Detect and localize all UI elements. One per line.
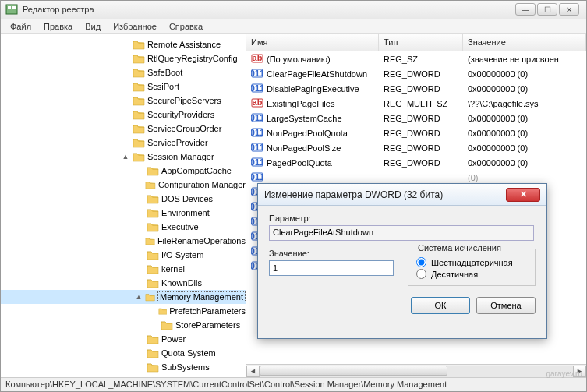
radix-dec-label: Десятичная [431, 270, 478, 279]
tree-node[interactable]: Power [1, 332, 246, 346]
tree-label: ServiceProvider [147, 138, 208, 147]
expand-icon[interactable]: ▲ [121, 153, 130, 161]
svg-text:011: 011 [251, 127, 263, 136]
tree-node[interactable]: RtlQueryRegistryConfig [1, 51, 246, 65]
radix-hex-row[interactable]: Шестнадцатеричная [416, 257, 527, 267]
radix-hex-radio[interactable] [416, 257, 426, 267]
tree-node[interactable]: ServiceProvider [1, 136, 246, 150]
expand-icon[interactable]: ▲ [135, 293, 143, 301]
tree-label: Environment [161, 208, 210, 217]
dialog-titlebar[interactable]: Изменение параметра DWORD (32 бита) ✕ [258, 184, 546, 206]
scroll-left[interactable]: ◄ [246, 366, 260, 377]
tree-label: Memory Management [157, 291, 246, 302]
value-label: Значение: [269, 249, 394, 258]
tree-node[interactable]: Executive [1, 220, 246, 234]
cell-type: REG_DWORD [379, 158, 463, 168]
tree-node[interactable]: SecurityProviders [1, 108, 246, 122]
radix-group: Система исчисления Шестнадцатеричная Дес… [408, 249, 536, 286]
tree-label: SubSystems [161, 362, 210, 372]
table-row[interactable]: abExistingPageFilesREG_MULTI_SZ\??\C:\pa… [246, 96, 586, 111]
menubar: Файл Правка Вид Избранное Справка [1, 19, 586, 34]
maximize-button[interactable]: ☐ [537, 3, 557, 16]
tree-node[interactable]: AppCompatCache [1, 164, 246, 178]
tree-node[interactable]: Environment [1, 206, 246, 220]
watermark: garayev.ru [546, 369, 582, 378]
minimize-button[interactable]: — [515, 3, 536, 16]
value-icon: ab [251, 97, 263, 111]
radix-dec-row[interactable]: Десятичная [416, 269, 527, 279]
dialog-title: Изменение параметра DWORD (32 бита) [264, 189, 506, 200]
tree-node[interactable]: ▲Memory Management [1, 290, 246, 304]
scroll-thumb[interactable] [260, 366, 447, 376]
hscrollbar[interactable]: ◄ ► [246, 364, 586, 377]
tree-label: ScsiPort [147, 82, 179, 91]
menu-file[interactable]: Файл [4, 20, 37, 33]
col-type[interactable]: Тип [379, 34, 463, 51]
table-row[interactable]: 011NonPagedPoolQuotaREG_DWORD0x00000000 … [246, 125, 586, 140]
close-button[interactable]: ✕ [559, 3, 579, 16]
cell-value: 0x00000000 (0) [463, 114, 586, 123]
value-input[interactable] [269, 260, 394, 276]
tree-label: KnownDlls [161, 278, 202, 288]
menu-fav[interactable]: Избранное [107, 20, 163, 33]
table-row[interactable]: 011ClearPageFileAtShutdownREG_DWORD0x000… [246, 66, 586, 81]
tree-node[interactable]: SubSystems [1, 360, 246, 374]
menu-help[interactable]: Справка [163, 20, 209, 33]
cell-value: (значение не присвоен [463, 55, 586, 64]
table-row[interactable]: 011NonPagedPoolSizeREG_DWORD0x00000000 (… [246, 140, 586, 155]
titlebar[interactable]: Редактор реестра — ☐ ✕ [1, 1, 586, 19]
cell-name: DisablePagingExecutive [267, 84, 359, 94]
tree-node[interactable]: Configuration Manager [1, 178, 246, 192]
ok-button[interactable]: ОК [411, 297, 470, 314]
svg-text:011: 011 [251, 157, 263, 166]
tree-node[interactable]: kernel [1, 262, 246, 276]
radix-dec-radio[interactable] [416, 269, 426, 279]
tree-label: DOS Devices [161, 194, 213, 203]
tree-label: Quota System [161, 348, 216, 358]
tree-node[interactable]: FileRenameOperations [1, 234, 246, 248]
table-row[interactable]: 011PagedPoolQuotaREG_DWORD0x00000000 (0) [246, 155, 586, 170]
svg-text:011: 011 [251, 171, 263, 181]
tree-node[interactable]: SecurePipeServers [1, 94, 246, 108]
cell-type: REG_SZ [379, 55, 463, 64]
cell-type: REG_MULTI_SZ [379, 99, 463, 108]
tree-label: SafeBoot [147, 68, 182, 77]
value-icon: 011 [251, 82, 263, 96]
tree-node[interactable]: ▲Session Manager [1, 150, 246, 164]
svg-text:011: 011 [251, 83, 263, 92]
value-icon: 011 [251, 156, 263, 170]
col-value[interactable]: Значение [463, 34, 586, 51]
menu-edit[interactable]: Правка [37, 20, 79, 33]
tree-node[interactable]: SafeBoot [1, 65, 246, 79]
tree-node[interactable]: Remote Assistance [1, 37, 246, 51]
tree-label: I/O System [161, 250, 203, 260]
tree-label: ServiceGroupOrder [147, 124, 221, 133]
menu-view[interactable]: Вид [79, 20, 107, 33]
scroll-track[interactable] [260, 366, 573, 377]
col-name[interactable]: Имя [246, 34, 379, 51]
table-row[interactable]: 011DisablePagingExecutiveREG_DWORD0x0000… [246, 81, 586, 96]
cell-type: REG_DWORD [379, 114, 463, 123]
tree-node[interactable]: Quota System [1, 346, 246, 360]
tree-node[interactable]: StoreParameters [1, 318, 246, 332]
table-row[interactable]: ab(По умолчанию)REG_SZ(значение не присв… [246, 51, 586, 66]
tree-node[interactable]: I/O System [1, 248, 246, 262]
tree-node[interactable]: DOS Devices [1, 192, 246, 206]
tree-label: Configuration Manager [158, 180, 246, 189]
cell-value: (0) [463, 173, 586, 182]
tree-node[interactable]: KnownDlls [1, 276, 246, 290]
cell-type: REG_DWORD [379, 69, 463, 79]
cell-name: LargeSystemCache [267, 114, 342, 123]
tree-pane[interactable]: Remote AssistanceRtlQueryRegistryConfigS… [1, 34, 246, 377]
svg-text:011: 011 [251, 68, 263, 77]
table-row[interactable]: 011LargeSystemCacheREG_DWORD0x00000000 (… [246, 111, 586, 125]
cancel-button[interactable]: Отмена [476, 297, 536, 314]
param-readonly: ClearPageFileAtShutdown [269, 225, 534, 241]
cell-name: (По умолчанию) [267, 55, 331, 64]
tree-label: FileRenameOperations [157, 236, 246, 245]
tree-node[interactable]: ScsiPort [1, 79, 246, 94]
tree-node[interactable]: ServiceGroupOrder [1, 122, 246, 136]
cell-type: REG_DWORD [379, 84, 463, 94]
dialog-close-button[interactable]: ✕ [506, 188, 540, 202]
tree-node[interactable]: PrefetchParameters [1, 304, 246, 318]
